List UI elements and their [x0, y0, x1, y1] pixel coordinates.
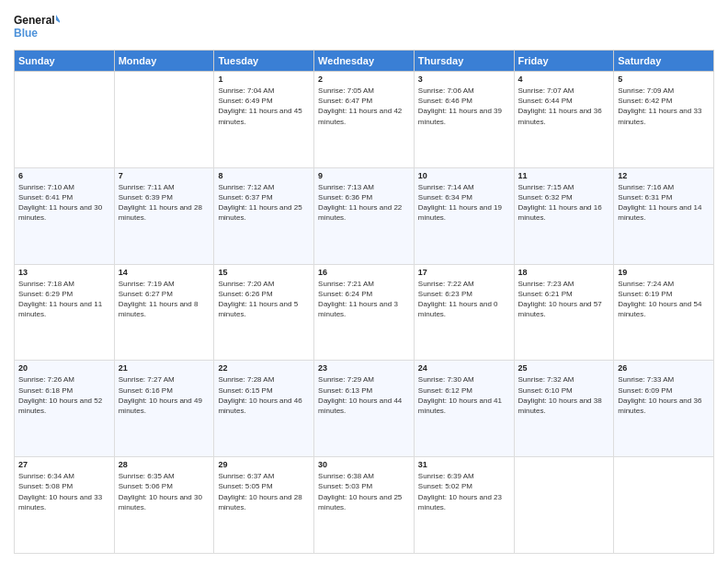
day-number: 4: [518, 75, 610, 84]
day-detail: Sunrise: 7:13 AMSunset: 6:36 PMDaylight:…: [318, 182, 410, 224]
svg-text:Blue: Blue: [14, 27, 38, 40]
day-number: 30: [318, 460, 410, 469]
logo-svg: General Blue: [14, 9, 60, 44]
day-number: 3: [418, 75, 510, 84]
day-number: 9: [318, 171, 410, 180]
calendar-week-4: 20Sunrise: 7:26 AMSunset: 6:18 PMDayligh…: [15, 361, 714, 457]
day-number: 24: [418, 363, 510, 373]
calendar-cell: 1Sunrise: 7:04 AMSunset: 6:49 PMDaylight…: [214, 72, 314, 168]
day-detail: Sunrise: 7:15 AMSunset: 6:32 PMDaylight:…: [518, 182, 610, 224]
svg-text:General: General: [14, 14, 55, 27]
day-detail: Sunrise: 7:19 AMSunset: 6:27 PMDaylight:…: [119, 279, 210, 320]
day-detail: Sunrise: 7:12 AMSunset: 6:37 PMDaylight:…: [218, 182, 310, 224]
day-detail: Sunrise: 7:05 AMSunset: 6:47 PMDaylight:…: [318, 86, 410, 127]
day-number: 8: [218, 171, 310, 180]
day-detail: Sunrise: 7:18 AMSunset: 6:29 PMDaylight:…: [18, 279, 110, 320]
calendar-cell: 2Sunrise: 7:05 AMSunset: 6:47 PMDaylight…: [314, 72, 415, 168]
day-detail: Sunrise: 7:22 AMSunset: 6:23 PMDaylight:…: [418, 279, 510, 320]
day-number: 11: [518, 171, 610, 180]
day-detail: Sunrise: 7:16 AMSunset: 6:31 PMDaylight:…: [618, 182, 710, 224]
day-detail: Sunrise: 7:30 AMSunset: 6:12 PMDaylight:…: [418, 374, 510, 416]
calendar-header-row: SundayMondayTuesdayWednesdayThursdayFrid…: [15, 51, 714, 72]
svg-marker-2: [56, 15, 60, 24]
day-number: 15: [218, 268, 310, 277]
calendar-cell: 11Sunrise: 7:15 AMSunset: 6:32 PMDayligh…: [514, 167, 614, 264]
calendar-cell: 7Sunrise: 7:11 AMSunset: 6:39 PMDaylight…: [114, 167, 214, 264]
calendar-week-5: 27Sunrise: 6:34 AMSunset: 5:08 PMDayligh…: [15, 457, 714, 554]
day-number: 20: [18, 363, 110, 373]
calendar-cell: 23Sunrise: 7:29 AMSunset: 6:13 PMDayligh…: [314, 361, 415, 457]
day-detail: Sunrise: 7:20 AMSunset: 6:26 PMDaylight:…: [218, 279, 310, 320]
calendar-cell: 19Sunrise: 7:24 AMSunset: 6:19 PMDayligh…: [614, 264, 714, 361]
day-number: 23: [318, 363, 410, 373]
calendar-cell: 31Sunrise: 6:39 AMSunset: 5:02 PMDayligh…: [414, 457, 514, 554]
day-detail: Sunrise: 7:07 AMSunset: 6:44 PMDaylight:…: [518, 86, 610, 127]
calendar-week-3: 13Sunrise: 7:18 AMSunset: 6:29 PMDayligh…: [15, 264, 714, 361]
calendar-cell: 10Sunrise: 7:14 AMSunset: 6:34 PMDayligh…: [414, 167, 514, 264]
day-number: 7: [119, 171, 210, 180]
page-header: General Blue: [14, 9, 714, 44]
day-detail: Sunrise: 7:11 AMSunset: 6:39 PMDaylight:…: [119, 182, 210, 224]
day-number: 14: [119, 268, 210, 277]
calendar-cell: 18Sunrise: 7:23 AMSunset: 6:21 PMDayligh…: [514, 264, 614, 361]
day-detail: Sunrise: 7:10 AMSunset: 6:41 PMDaylight:…: [18, 182, 110, 224]
col-header-tuesday: Tuesday: [214, 51, 314, 72]
col-header-sunday: Sunday: [15, 51, 115, 72]
calendar-cell: 28Sunrise: 6:35 AMSunset: 5:06 PMDayligh…: [114, 457, 214, 554]
day-detail: Sunrise: 6:38 AMSunset: 5:03 PMDaylight:…: [318, 471, 410, 512]
day-number: 19: [618, 268, 710, 277]
calendar-cell: 15Sunrise: 7:20 AMSunset: 6:26 PMDayligh…: [214, 264, 314, 361]
calendar-cell: 29Sunrise: 6:37 AMSunset: 5:05 PMDayligh…: [214, 457, 314, 554]
calendar-cell: 6Sunrise: 7:10 AMSunset: 6:41 PMDaylight…: [15, 167, 115, 264]
day-number: 12: [618, 171, 710, 180]
day-detail: Sunrise: 6:35 AMSunset: 5:06 PMDaylight:…: [119, 471, 210, 512]
calendar-cell: [114, 72, 214, 168]
col-header-friday: Friday: [514, 51, 614, 72]
day-number: 17: [418, 268, 510, 277]
day-number: 2: [318, 75, 410, 84]
day-detail: Sunrise: 6:37 AMSunset: 5:05 PMDaylight:…: [218, 471, 310, 512]
day-detail: Sunrise: 7:23 AMSunset: 6:21 PMDaylight:…: [518, 279, 610, 320]
day-detail: Sunrise: 7:33 AMSunset: 6:09 PMDaylight:…: [618, 374, 710, 416]
col-header-saturday: Saturday: [614, 51, 714, 72]
calendar-cell: 20Sunrise: 7:26 AMSunset: 6:18 PMDayligh…: [15, 361, 115, 457]
calendar-cell: 27Sunrise: 6:34 AMSunset: 5:08 PMDayligh…: [15, 457, 115, 554]
day-number: 13: [18, 268, 110, 277]
calendar-cell: 22Sunrise: 7:28 AMSunset: 6:15 PMDayligh…: [214, 361, 314, 457]
calendar-cell: 9Sunrise: 7:13 AMSunset: 6:36 PMDaylight…: [314, 167, 415, 264]
day-number: 5: [618, 75, 710, 84]
calendar-cell: 12Sunrise: 7:16 AMSunset: 6:31 PMDayligh…: [614, 167, 714, 264]
col-header-monday: Monday: [114, 51, 214, 72]
calendar-cell: [514, 457, 614, 554]
day-number: 6: [18, 171, 110, 180]
col-header-thursday: Thursday: [414, 51, 514, 72]
calendar-cell: 24Sunrise: 7:30 AMSunset: 6:12 PMDayligh…: [414, 361, 514, 457]
day-detail: Sunrise: 7:28 AMSunset: 6:15 PMDaylight:…: [218, 374, 310, 416]
calendar-cell: 3Sunrise: 7:06 AMSunset: 6:46 PMDaylight…: [414, 72, 514, 168]
calendar-cell: 30Sunrise: 6:38 AMSunset: 5:03 PMDayligh…: [314, 457, 415, 554]
logo: General Blue: [14, 9, 60, 44]
day-number: 27: [18, 460, 110, 469]
day-number: 28: [119, 460, 210, 469]
day-number: 25: [518, 363, 610, 373]
calendar-cell: 13Sunrise: 7:18 AMSunset: 6:29 PMDayligh…: [15, 264, 115, 361]
day-number: 16: [318, 268, 410, 277]
day-number: 26: [618, 363, 710, 373]
calendar-cell: [614, 457, 714, 554]
day-detail: Sunrise: 6:39 AMSunset: 5:02 PMDaylight:…: [418, 471, 510, 512]
day-number: 29: [218, 460, 310, 469]
day-detail: Sunrise: 7:26 AMSunset: 6:18 PMDaylight:…: [18, 374, 110, 416]
calendar-cell: 8Sunrise: 7:12 AMSunset: 6:37 PMDaylight…: [214, 167, 314, 264]
day-detail: Sunrise: 7:24 AMSunset: 6:19 PMDaylight:…: [618, 279, 710, 320]
calendar-cell: 21Sunrise: 7:27 AMSunset: 6:16 PMDayligh…: [114, 361, 214, 457]
day-detail: Sunrise: 6:34 AMSunset: 5:08 PMDaylight:…: [18, 471, 110, 512]
day-number: 18: [518, 268, 610, 277]
day-detail: Sunrise: 7:27 AMSunset: 6:16 PMDaylight:…: [119, 374, 210, 416]
calendar-cell: [15, 72, 115, 168]
calendar-cell: 5Sunrise: 7:09 AMSunset: 6:42 PMDaylight…: [614, 72, 714, 168]
col-header-wednesday: Wednesday: [314, 51, 415, 72]
day-number: 31: [418, 460, 510, 469]
day-number: 22: [218, 363, 310, 373]
day-detail: Sunrise: 7:14 AMSunset: 6:34 PMDaylight:…: [418, 182, 510, 224]
day-detail: Sunrise: 7:09 AMSunset: 6:42 PMDaylight:…: [618, 86, 710, 127]
